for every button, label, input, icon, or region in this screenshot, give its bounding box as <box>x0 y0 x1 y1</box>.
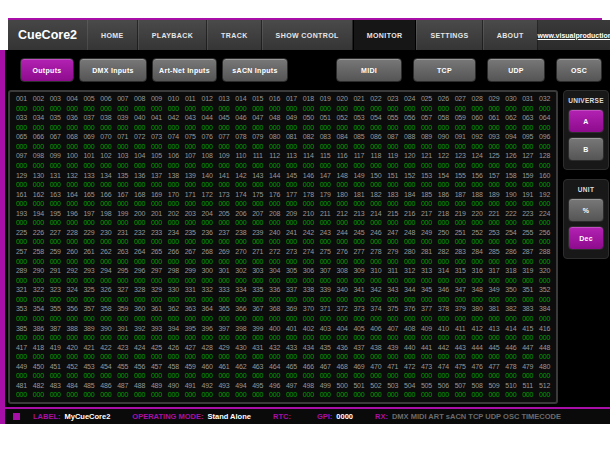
channel-number: 282 <box>435 247 452 257</box>
channel-value: 000 <box>64 257 81 267</box>
status-mode-key: OPERATING MODE: <box>132 412 203 421</box>
dmx-channel-cell: 394000 <box>165 324 182 343</box>
channel-number: 130 <box>30 171 47 181</box>
channel-value: 000 <box>351 180 368 190</box>
channel-value: 000 <box>13 104 30 114</box>
visualproductions-link[interactable]: www.visualproductions.nl <box>538 32 610 39</box>
channel-number: 262 <box>97 247 114 257</box>
channel-value: 000 <box>452 314 469 324</box>
channel-value: 000 <box>334 199 351 209</box>
channel-value: 000 <box>64 390 81 400</box>
nav-item-settings[interactable]: SETTINGS <box>416 20 482 50</box>
dmx-inputs-button[interactable]: DMX Inputs <box>79 58 147 82</box>
dmx-channel-cell: 008000 <box>131 94 148 113</box>
status-gpi-value: 0000 <box>336 412 353 421</box>
channel-number: 389 <box>81 324 98 334</box>
channel-number: 055 <box>384 113 401 123</box>
channel-value: 000 <box>232 142 249 152</box>
channel-number: 090 <box>435 132 452 142</box>
dmx-channel-cell: 063000 <box>519 113 536 132</box>
header-bar: CueCore2 HOME PLAYBACK TRACK SHOW CONTRO… <box>8 18 602 50</box>
channel-value: 000 <box>199 180 216 190</box>
channel-value: 000 <box>418 257 435 267</box>
channel-number: 409 <box>418 324 435 334</box>
channel-number: 327 <box>114 285 131 295</box>
channel-value: 000 <box>30 142 47 152</box>
dmx-channel-cell: 300000 <box>199 266 216 285</box>
channel-number: 361 <box>148 304 165 314</box>
dmx-channel-cell: 413000 <box>486 324 503 343</box>
nav-item-show-control[interactable]: SHOW CONTROL <box>262 20 353 50</box>
udp-button[interactable]: UDP <box>487 58 545 82</box>
channel-number: 167 <box>114 190 131 200</box>
channel-value: 000 <box>519 237 536 247</box>
channel-value: 000 <box>165 237 182 247</box>
dmx-channel-cell: 334000 <box>232 285 249 304</box>
channel-number: 038 <box>97 113 114 123</box>
unit-percent-button[interactable]: % <box>568 198 604 222</box>
channel-value: 000 <box>165 257 182 267</box>
channel-number: 007 <box>114 94 131 104</box>
channel-number: 416 <box>536 324 553 334</box>
dmx-channel-cell: 449000 <box>13 362 30 381</box>
cuecore-app: CueCore2 HOME PLAYBACK TRACK SHOW CONTRO… <box>0 18 610 424</box>
nav-item-playback[interactable]: PLAYBACK <box>138 20 207 50</box>
osc-button[interactable]: OSC <box>556 58 602 82</box>
channel-number: 017 <box>283 94 300 104</box>
sacn-inputs-button[interactable]: sACN Inputs <box>222 58 288 82</box>
channel-number: 294 <box>97 266 114 276</box>
channel-number: 246 <box>367 228 384 238</box>
channel-number: 214 <box>367 209 384 219</box>
tcp-button[interactable]: TCP <box>413 58 476 82</box>
artnet-inputs-button[interactable]: Art-Net Inputs <box>152 58 217 82</box>
channel-number: 115 <box>317 151 334 161</box>
channel-value: 000 <box>30 237 47 247</box>
channel-number: 242 <box>300 228 317 238</box>
dmx-channel-cell: 495000 <box>249 381 266 400</box>
dmx-channel-cell: 412000 <box>469 324 486 343</box>
nav-item-home[interactable]: HOME <box>87 20 138 50</box>
channel-number: 310 <box>367 266 384 276</box>
nav-item-about[interactable]: ABOUT <box>483 20 538 50</box>
channel-number: 464 <box>266 362 283 372</box>
dmx-channel-cell: 048000 <box>266 113 283 132</box>
channel-value: 000 <box>384 237 401 247</box>
nav-item-track[interactable]: TRACK <box>207 20 262 50</box>
outputs-button[interactable]: Outputs <box>20 58 74 82</box>
dmx-channel-cell: 051000 <box>317 113 334 132</box>
monitor-main: 0010000020000030000040000050000060000070… <box>5 90 610 404</box>
universe-b-button[interactable]: B <box>568 137 604 161</box>
dmx-channel-cell: 354000 <box>30 304 47 323</box>
midi-button[interactable]: MIDI <box>336 58 402 82</box>
channel-value: 000 <box>401 352 418 362</box>
dmx-channel-cell: 080000 <box>266 132 283 151</box>
dmx-channel-cell: 137000 <box>148 171 165 190</box>
channel-number: 132 <box>64 171 81 181</box>
unit-dec-button[interactable]: Dec <box>568 226 604 250</box>
channel-number: 197 <box>81 209 98 219</box>
channel-number: 351 <box>519 285 536 295</box>
channel-value: 000 <box>232 257 249 267</box>
dmx-channel-cell: 291000 <box>47 266 64 285</box>
universe-a-button[interactable]: A <box>568 109 604 133</box>
dmx-channel-cell: 084000 <box>334 132 351 151</box>
dmx-channel-cell: 456000 <box>131 362 148 381</box>
channel-number: 223 <box>519 209 536 219</box>
dmx-channel-cell: 375000 <box>384 304 401 323</box>
channel-number: 356 <box>64 304 81 314</box>
dmx-channel-cell: 326000 <box>97 285 114 304</box>
channel-value: 000 <box>232 390 249 400</box>
channel-number: 045 <box>216 113 233 123</box>
nav-item-monitor[interactable]: MONITOR <box>353 20 417 50</box>
channel-value: 000 <box>114 218 131 228</box>
dmx-channel-cell: 277000 <box>351 247 368 266</box>
dmx-channel-cell: 409000 <box>418 324 435 343</box>
channel-number: 117 <box>351 151 368 161</box>
channel-number: 488 <box>131 381 148 391</box>
channel-number: 460 <box>199 362 216 372</box>
channel-number: 384 <box>536 304 553 314</box>
channel-number: 036 <box>64 113 81 123</box>
dmx-channel-cell: 378000 <box>435 304 452 323</box>
channel-number: 024 <box>401 94 418 104</box>
channel-number: 199 <box>114 209 131 219</box>
